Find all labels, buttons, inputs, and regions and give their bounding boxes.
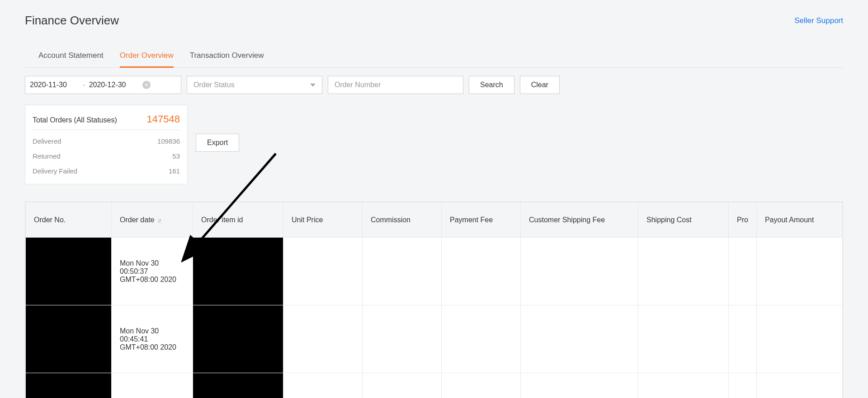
cell-order-no-redacted <box>26 238 112 305</box>
date-separator: - <box>83 81 85 89</box>
col-unit-price[interactable]: Unit Price <box>283 202 363 238</box>
page-title: Finance Overview <box>25 14 119 28</box>
cell-customer-shipping-fee <box>521 238 638 305</box>
order-status-placeholder: Order Status <box>193 81 235 89</box>
tab-account-statement[interactable]: Account Statement <box>38 45 104 68</box>
cell-order-item-id-redacted <box>193 373 283 398</box>
col-payment-fee[interactable]: Payment Fee <box>442 202 521 238</box>
date-from-input[interactable] <box>30 81 80 89</box>
seller-support-link[interactable]: Seller Support <box>794 16 843 25</box>
cell-shipping-cost <box>638 305 729 373</box>
cell-payout-amount <box>756 238 842 305</box>
cell-pro <box>729 238 757 305</box>
table-row[interactable]: Mon Nov 30 00:45:41 GMT+08:00 2020 <box>26 305 843 373</box>
cell-customer-shipping-fee <box>521 305 638 373</box>
cell-unit-price <box>283 238 363 305</box>
date-range-picker[interactable]: - ✕ <box>25 76 181 94</box>
order-number-input[interactable] <box>328 76 463 94</box>
summary-row-delivered: Delivered 109836 <box>33 134 180 149</box>
tabs: Account Statement Order Overview Transac… <box>25 45 843 68</box>
export-button[interactable]: Export <box>196 134 239 152</box>
table-header-row: Order No. Order date ↓↑ Order item id Un… <box>26 202 843 238</box>
cell-order-date: Mon Nov 30 <box>112 373 193 398</box>
sort-icon[interactable]: ↓↑ <box>157 217 160 224</box>
cell-pro <box>729 305 757 373</box>
cell-pro <box>729 373 757 398</box>
cell-payout-amount <box>756 373 842 398</box>
orders-table: Order No. Order date ↓↑ Order item id Un… <box>25 201 843 398</box>
cell-shipping-cost <box>638 238 729 305</box>
cell-commission <box>363 305 442 373</box>
cell-payment-fee <box>442 238 521 305</box>
cell-commission <box>363 238 442 305</box>
summary-row-delivery-failed: Delivery Failed 161 <box>33 164 180 178</box>
cell-order-date: Mon Nov 30 00:45:41 GMT+08:00 2020 <box>112 305 193 373</box>
col-customer-shipping-fee[interactable]: Customer Shipping Fee <box>521 202 638 238</box>
cell-order-item-id-redacted <box>193 305 283 373</box>
col-commission[interactable]: Commission <box>363 202 442 238</box>
col-order-item-id[interactable]: Order item id <box>193 202 283 238</box>
cell-order-no-redacted <box>26 305 112 373</box>
date-to-input[interactable] <box>89 81 139 89</box>
order-status-select[interactable]: Order Status <box>187 76 322 94</box>
search-button[interactable]: Search <box>469 76 514 94</box>
table-row[interactable]: Mon Nov 30 00:50:37 GMT+08:00 2020 <box>26 238 843 305</box>
col-order-date[interactable]: Order date ↓↑ <box>112 202 193 238</box>
clear-button[interactable]: Clear <box>520 76 560 94</box>
clear-date-icon[interactable]: ✕ <box>142 81 151 89</box>
col-payout-amount[interactable]: Payout Amount <box>756 202 842 238</box>
summary-row-returned: Returned 53 <box>33 149 180 164</box>
summary-card: Total Orders (All Statuses) 147548 Deliv… <box>25 105 188 184</box>
cell-order-no-redacted <box>26 373 112 398</box>
table-row[interactable]: Mon Nov 30 <box>26 373 843 398</box>
tab-transaction-overview[interactable]: Transaction Overview <box>190 45 264 68</box>
col-pro[interactable]: Pro <box>729 202 757 238</box>
tab-order-overview[interactable]: Order Overview <box>120 45 174 68</box>
cell-unit-price <box>283 305 363 373</box>
chevron-down-icon <box>310 84 316 87</box>
cell-payment-fee <box>442 373 521 398</box>
col-shipping-cost[interactable]: Shipping Cost <box>638 202 729 238</box>
col-order-no[interactable]: Order No. <box>26 202 112 238</box>
cell-order-item-id-redacted <box>193 238 283 305</box>
cell-payout-amount <box>756 305 842 373</box>
cell-commission <box>363 373 442 398</box>
cell-shipping-cost <box>638 373 729 398</box>
summary-total-label: Total Orders (All Statuses) <box>33 116 117 124</box>
summary-total-value: 147548 <box>147 113 180 125</box>
cell-order-date: Mon Nov 30 00:50:37 GMT+08:00 2020 <box>112 238 193 305</box>
filter-bar: - ✕ Order Status Search Clear <box>25 76 843 94</box>
cell-payment-fee <box>442 305 521 373</box>
cell-unit-price <box>283 373 363 398</box>
cell-customer-shipping-fee <box>521 373 638 398</box>
